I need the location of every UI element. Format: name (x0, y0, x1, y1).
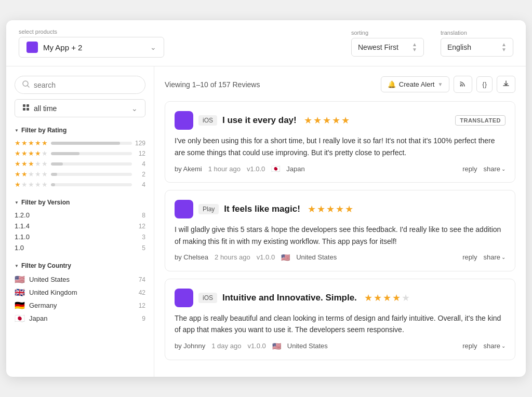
bell-icon: 🔔 (388, 80, 396, 88)
version-filter-row[interactable]: 1.2.08 (15, 211, 145, 219)
review-country: United States (287, 342, 328, 350)
share-chevron-icon: ⌄ (501, 166, 506, 172)
search-box[interactable] (15, 76, 145, 94)
review-header: iOS I use it every day! ★★★★★ TRANSLATED (175, 111, 506, 130)
filter-version-section: ▼ Filter by Version 1.2.081.1.4121.1.031… (15, 199, 145, 252)
review-time: 1 hour ago (208, 165, 241, 173)
version-name: 1.1.0 (15, 233, 30, 241)
version-name: 1.1.4 (15, 222, 30, 230)
review-avatar (175, 200, 193, 218)
country-filter-row[interactable]: 🇺🇸United States74 (15, 275, 145, 284)
country-filter-row[interactable]: 🇬🇧United Kingdom42 (15, 288, 145, 297)
grid-icon (22, 104, 30, 113)
version-filter-row[interactable]: 1.1.412 (15, 222, 145, 230)
select-products-label: select products (19, 29, 164, 35)
share-chevron-icon: ⌄ (501, 254, 506, 260)
version-name: 1.0 (15, 244, 24, 252)
filter-country-header[interactable]: ▼ Filter by Country (15, 262, 145, 269)
search-icon (22, 80, 30, 89)
country-count: 9 (142, 315, 145, 322)
review-star: ★ (326, 203, 335, 215)
review-card: Play It feels like magic! ★★★★★ I will g… (165, 190, 515, 271)
translation-value: English (447, 43, 471, 51)
version-filter-row[interactable]: 1.1.03 (15, 233, 145, 241)
country-name: United States (29, 276, 135, 283)
version-count: 5 (142, 244, 145, 252)
product-select-dropdown[interactable]: My App + 2 ⌄ (19, 37, 164, 58)
chevron-down-icon: ⌄ (150, 43, 156, 51)
sort-value: Newest First (358, 43, 398, 51)
review-star: ★ (392, 292, 401, 304)
country-filter-list: 🇺🇸United States74🇬🇧United Kingdom42🇩🇪Ger… (15, 275, 145, 323)
version-count: 3 (142, 234, 145, 241)
review-star: ★ (332, 115, 340, 126)
json-button[interactable]: {} (476, 76, 493, 92)
reply-button[interactable]: reply (462, 253, 477, 261)
country-name: Japan (29, 314, 138, 322)
platform-badge: iOS (198, 115, 217, 126)
translation-arrows-icon: ▲▼ (501, 42, 507, 52)
review-star: ★ (336, 203, 344, 215)
svg-rect-4 (23, 108, 25, 111)
rating-bar (51, 183, 132, 186)
rating-filter-row[interactable]: ★★★★★4 (15, 160, 145, 168)
reply-button[interactable]: reply (462, 342, 477, 350)
review-version: v1.0.0 (257, 253, 275, 261)
rating-bar (51, 152, 132, 155)
review-footer: by Chelsea 2 hours ago v1.0.0 🇺🇸 United … (175, 253, 506, 262)
review-title: I use it every day! (222, 115, 297, 126)
product-name: My App + 2 (43, 43, 145, 52)
review-header: Play It feels like magic! ★★★★★ (175, 200, 506, 218)
sort-dropdown[interactable]: Newest First ▲▼ (351, 38, 424, 57)
review-stars: ★★★★★ (304, 115, 350, 126)
country-count: 12 (139, 302, 145, 309)
review-header: iOS Intuitive and Innovative. Simple. ★★… (175, 289, 506, 307)
reply-button[interactable]: reply (462, 165, 477, 173)
country-name: Germany (29, 302, 135, 309)
review-body: I've only been using this for a short ti… (175, 135, 506, 158)
filter-version-header[interactable]: ▼ Filter by Version (15, 199, 145, 206)
rating-filter-row[interactable]: ★★★★★129 (15, 139, 145, 147)
share-button[interactable]: share ⌄ (483, 165, 506, 173)
rating-filter-row[interactable]: ★★★★★4 (15, 181, 145, 188)
rating-count: 12 (135, 150, 145, 157)
rss-button[interactable] (454, 76, 472, 93)
review-time: 1 day ago (211, 342, 241, 350)
review-star: ★ (308, 203, 316, 215)
country-filter-row[interactable]: 🇩🇪Germany12 (15, 300, 145, 310)
rating-count: 129 (135, 140, 145, 147)
version-name: 1.2.0 (15, 211, 30, 219)
country-flag-icon: 🇯🇵 (15, 313, 25, 323)
translation-dropdown[interactable]: English ▲▼ (441, 38, 513, 57)
review-country-flag: 🇯🇵 (271, 165, 280, 173)
review-star: ★ (402, 292, 410, 304)
svg-rect-3 (26, 104, 29, 107)
country-filter-row[interactable]: 🇯🇵Japan9 (15, 313, 145, 323)
country-flag-icon: 🇩🇪 (15, 300, 25, 310)
rating-filter-row[interactable]: ★★★★★12 (15, 149, 145, 157)
review-star: ★ (345, 203, 353, 215)
download-button[interactable] (497, 76, 515, 93)
rating-filter-row[interactable]: ★★★★★2 (15, 170, 145, 178)
search-input[interactable] (34, 81, 138, 89)
version-filter-row[interactable]: 1.05 (15, 244, 145, 252)
review-footer: by Johnny 1 day ago v1.0.0 🇺🇸 United Sta… (175, 342, 506, 350)
create-alert-button[interactable]: 🔔 Create Alert ▼ (381, 76, 450, 92)
version-collapse-icon: ▼ (15, 200, 19, 205)
share-button[interactable]: share ⌄ (483, 253, 506, 261)
header-controls: sorting Newest First ▲▼ translation Engl… (351, 30, 513, 57)
app-header: select products My App + 2 ⌄ sorting New… (6, 20, 526, 66)
review-stars: ★★★★★ (364, 292, 410, 304)
share-button[interactable]: share ⌄ (483, 342, 506, 350)
time-filter-label: all time (34, 104, 127, 113)
filter-version-label: Filter by Version (21, 199, 70, 206)
review-stars: ★★★★★ (308, 203, 353, 215)
filter-rating-header[interactable]: ▼ Filter by Rating (15, 127, 145, 134)
review-card: iOS I use it every day! ★★★★★ TRANSLATED… (165, 101, 515, 183)
time-filter-dropdown[interactable]: all time ⌄ (15, 99, 145, 117)
sorting-label: sorting (351, 30, 424, 36)
version-count: 12 (139, 223, 145, 230)
review-star: ★ (383, 292, 391, 304)
rating-bar (51, 162, 132, 166)
review-card: iOS Intuitive and Innovative. Simple. ★★… (165, 279, 515, 360)
